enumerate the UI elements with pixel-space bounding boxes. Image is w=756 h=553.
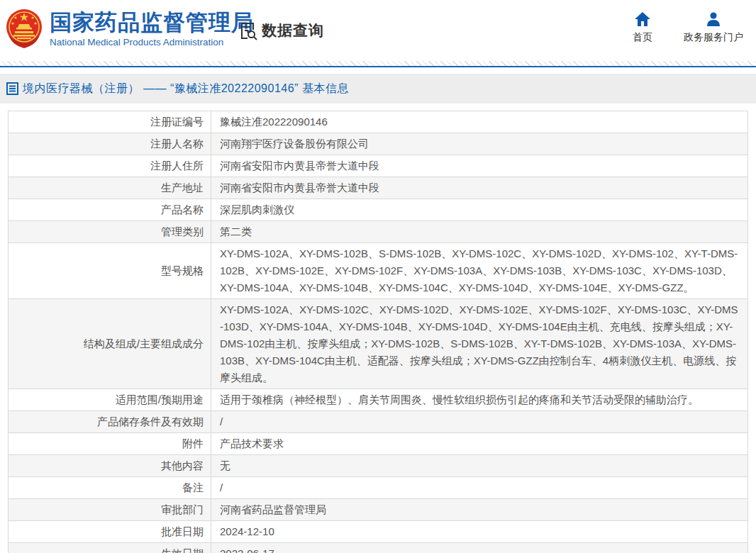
row-label: 批准日期 [9,521,211,543]
table-row: 注册人名称河南翔宇医疗设备股份有限公司 [9,133,748,155]
row-label: 生效日期 [9,543,211,553]
home-icon [635,12,650,26]
header-hatch-stripe [0,61,756,66]
table-row: 产品名称深层肌肉刺激仪 [9,199,748,221]
row-value: 适用于颈椎病（神经根型）、肩关节周围炎、慢性软组织损伤引起的疼痛和关节活动受限的… [211,389,748,411]
row-label: 产品名称 [9,199,211,221]
row-label: 注册人住所 [9,155,211,177]
row-value: 2024-12-10 [211,521,748,543]
user-icon [706,12,721,26]
row-value: 河南省药品监督管理局 [211,499,748,521]
breadcrumb-text: 境内医疗器械（注册） —— “豫械注准20222090146” 基本信息 [23,82,349,96]
breadcrumb: 境内医疗器械（注册） —— “豫械注准20222090146” 基本信息 [0,74,756,104]
row-label: 注册人名称 [9,133,211,155]
row-value: 河南省安阳市内黄县帝誉大道中段 [211,177,748,199]
table-row: 管理类别第二类 [9,221,748,243]
row-value: 2022-06-17 [211,543,748,553]
table-row: 审批部门河南省药品监督管理局 [9,499,748,521]
row-value: / [211,411,748,433]
row-label: 注册证编号 [9,111,211,133]
row-label: 生产地址 [9,177,211,199]
row-value: 河南翔宇医疗设备股份有限公司 [211,133,748,155]
row-label: 备注 [9,477,211,499]
site-logo[interactable]: 国家药品监督管理局 National Medical Products Admi… [6,8,254,49]
nav-item-home[interactable]: 首页 [633,12,652,44]
info-table-body: 注册证编号豫械注准20222090146注册人名称河南翔宇医疗设备股份有限公司注… [9,111,748,553]
row-label: 结构及组成/主要组成成分 [9,299,211,389]
national-emblem-icon [6,8,43,49]
list-icon [6,82,18,95]
row-value: 深层肌肉刺激仪 [211,199,748,221]
row-label: 产品储存条件及有效期 [9,411,211,433]
table-row: 批准日期2024-12-10 [9,521,748,543]
nav-item-portal[interactable]: 政务服务门户 [684,12,743,44]
row-value: 河南省安阳市内黄县帝誉大道中段 [211,155,748,177]
row-value: XY-DMS-102A、XY-DMS-102C、XY-DMS-102D、XY-D… [211,299,748,389]
table-row: 型号规格XY-DMS-102A、XY-DMS-102B、S-DMS-102B、X… [9,243,748,299]
row-value: / [211,477,748,499]
table-row: 产品储存条件及有效期/ [9,411,748,433]
row-label: 审批部门 [9,499,211,521]
data-query-label: 数据查询 [262,21,324,40]
table-row: 注册人住所河南省安阳市内黄县帝誉大道中段 [9,155,748,177]
row-label: 适用范围/预期用途 [9,389,211,411]
site-title: 国家药品监督管理局 [50,10,254,35]
table-row: 备注/ [9,477,748,499]
table-row: 其他内容无 [9,455,748,477]
header-nav: 首页 政务服务门户 [633,12,743,44]
row-label: 附件 [9,433,211,455]
table-row: 注册证编号豫械注准20222090146 [9,111,748,133]
row-label: 型号规格 [9,243,211,299]
table-row: 附件产品技术要求 [9,433,748,455]
table-row: 生产地址河南省安阳市内黄县帝誉大道中段 [9,177,748,199]
row-value: 豫械注准20222090146 [211,111,748,133]
row-label: 管理类别 [9,221,211,243]
table-row: 生效日期2022-06-17 [9,543,748,553]
row-value: 无 [211,455,748,477]
site-header: 国家药品监督管理局 National Medical Products Admi… [0,0,756,67]
row-label: 其他内容 [9,455,211,477]
document-search-icon [239,21,258,40]
registration-info-table: 注册证编号豫械注准20222090146注册人名称河南翔宇医疗设备股份有限公司注… [8,111,748,553]
site-subtitle: National Medical Products Administration [50,37,254,48]
nav-item-label: 政务服务门户 [684,31,743,44]
row-value: 第二类 [211,221,748,243]
table-row: 适用范围/预期用途适用于颈椎病（神经根型）、肩关节周围炎、慢性软组织损伤引起的疼… [9,389,748,411]
row-value: XY-DMS-102A、XY-DMS-102B、S-DMS-102B、XY-DM… [211,243,748,299]
row-value: 产品技术要求 [211,433,748,455]
data-query-link[interactable]: 数据查询 [239,21,324,40]
table-row: 结构及组成/主要组成成分XY-DMS-102A、XY-DMS-102C、XY-D… [9,299,748,389]
nav-item-label: 首页 [633,31,652,44]
